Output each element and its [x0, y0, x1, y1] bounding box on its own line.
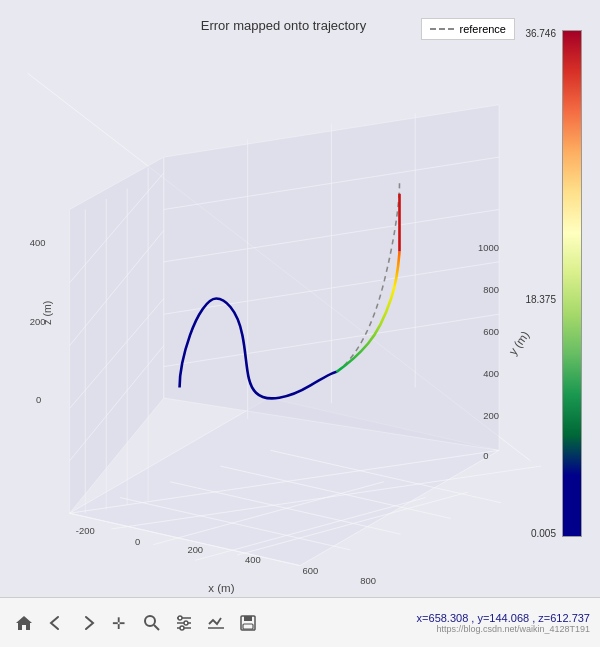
svg-rect-59 [244, 616, 252, 621]
zoom-to-rect-button[interactable] [202, 609, 230, 637]
back-button[interactable] [42, 609, 70, 637]
status-bar: x=658.308 , y=144.068 , z=612.737 https:… [417, 612, 590, 634]
svg-text:200: 200 [483, 410, 499, 421]
plot-area: Error mapped onto trajectory reference 3… [0, 0, 600, 597]
toolbar: ✛ [0, 597, 600, 647]
svg-text:z (m): z (m) [42, 301, 53, 325]
svg-text:0: 0 [135, 536, 140, 547]
zoom-button[interactable] [138, 609, 166, 637]
svg-text:0: 0 [483, 450, 488, 461]
home-button[interactable] [10, 609, 38, 637]
plot-svg: -200 0 200 400 600 800 x (m) 0 200 400 6… [0, 0, 600, 597]
svg-text:200: 200 [187, 544, 203, 555]
main-container: Error mapped onto trajectory reference 3… [0, 0, 600, 647]
svg-marker-12 [70, 157, 164, 513]
svg-point-49 [145, 616, 155, 626]
svg-text:800: 800 [483, 284, 499, 295]
svg-text:800: 800 [360, 575, 376, 586]
svg-point-55 [184, 621, 188, 625]
svg-text:-200: -200 [76, 525, 95, 536]
svg-text:0: 0 [36, 394, 41, 405]
forward-button[interactable] [74, 609, 102, 637]
svg-marker-47 [16, 616, 32, 630]
svg-text:x (m): x (m) [208, 582, 234, 594]
svg-text:600: 600 [303, 565, 319, 576]
svg-text:400: 400 [30, 237, 46, 248]
svg-point-54 [178, 616, 182, 620]
svg-text:600: 600 [483, 326, 499, 337]
svg-text:400: 400 [245, 554, 261, 565]
url-display: https://blog.csdn.net/waikin_4128T191 [417, 624, 590, 634]
coordinates-display: x=658.308 , y=144.068 , z=612.737 [417, 612, 590, 624]
save-button[interactable] [234, 609, 262, 637]
pan-button[interactable]: ✛ [106, 609, 134, 637]
svg-line-50 [154, 625, 159, 630]
svg-rect-60 [243, 624, 253, 629]
svg-point-56 [180, 626, 184, 630]
settings-button[interactable] [170, 609, 198, 637]
svg-text:400: 400 [483, 368, 499, 379]
svg-text:y (m): y (m) [507, 329, 532, 357]
svg-text:✛: ✛ [112, 615, 125, 632]
svg-text:1000: 1000 [478, 242, 499, 253]
